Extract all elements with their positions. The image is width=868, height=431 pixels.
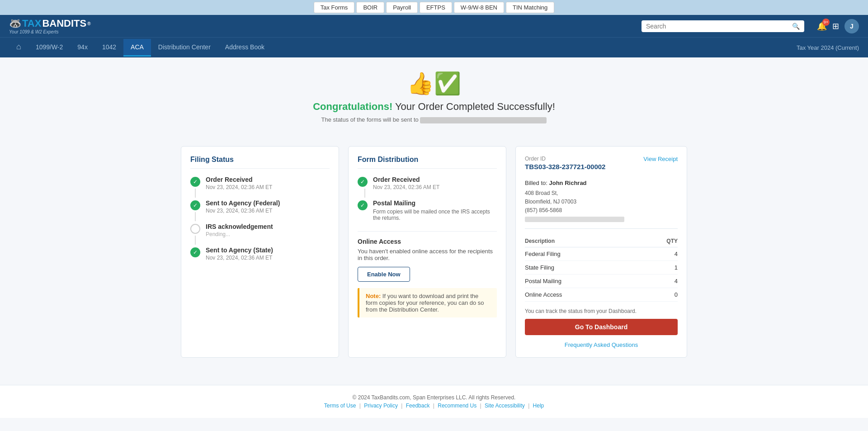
apps-grid-button[interactable]: ⊞ [832,21,839,31]
status-date-order-received: Nov 23, 2024, 02:36 AM ET [206,184,330,190]
dist-desc-postal: Form copies will be mailed once the IRS … [373,208,497,221]
enable-now-button[interactable]: Enable Now [358,267,410,282]
search-input[interactable] [646,23,792,30]
row-state-desc: State Filing [525,261,642,275]
dist-connector-1 [364,189,365,198]
order-id-block: Order ID TBS03-328-237721-00002 [525,156,605,175]
subnav-home[interactable]: ⌂ [9,38,28,57]
success-title-rest: Your Order Completed Successfully! [392,101,555,112]
logo-tax: TAX [22,18,41,29]
table-row: Federal Filing 4 [525,247,678,261]
footer-terms[interactable]: Terms of Use [324,403,356,409]
dist-check-postal: ✓ [358,200,368,210]
status-check-irs-ack [190,224,200,234]
view-receipt-link[interactable]: View Receipt [643,156,678,162]
main-content: Filing Status ✓ Order Received Nov 23, 2… [163,133,705,376]
filing-status-panel: Filing Status ✓ Order Received Nov 23, 2… [181,146,339,358]
table-row: State Filing 1 [525,261,678,275]
status-content-irs-ack: IRS acknowledgement Pending... [206,223,330,246]
phone: (857) 856-5868 [525,206,678,215]
dashboard-button[interactable]: Go To Dashboard [525,319,678,335]
sub-navigation: ⌂ 1099/W-2 94x 1042 ACA Distribution Cen… [0,37,868,57]
order-id-row: Order ID TBS03-328-237721-00002 View Rec… [525,156,678,175]
content-grid: Filing Status ✓ Order Received Nov 23, 2… [181,146,687,358]
topnav-payroll[interactable]: Payroll [386,2,418,13]
subnav-distribution[interactable]: Distribution Center [151,39,218,57]
footer-accessibility[interactable]: Site Accessibility [485,403,525,409]
status-check-sent-federal: ✓ [190,200,200,210]
footer-feedback[interactable]: Feedback [406,403,430,409]
footer-help[interactable]: Help [533,403,544,409]
status-check-sent-state: ✓ [190,247,200,257]
track-text: You can track the status from your Dashb… [525,308,678,314]
subnav-1099w2[interactable]: 1099/W-2 [28,39,70,57]
faq-link[interactable]: Frequently Asked Questions [525,341,678,348]
status-content-sent-federal: Sent to Agency (Federal) Nov 23, 2024, 0… [206,199,330,223]
topnav-tax-forms[interactable]: Tax Forms [314,2,355,13]
success-icon: 👍✅ [9,71,859,96]
status-date-sent-state: Nov 23, 2024, 02:36 AM ET [206,255,330,261]
note-label: Note: [366,293,382,299]
email-blur [420,117,547,123]
address-line2: Bloomfield, NJ 07003 [525,198,678,206]
topnav-tin-matching[interactable]: TIN Matching [506,2,554,13]
order-table: Description QTY Federal Filing 4 State F… [525,235,678,302]
subnav-aca[interactable]: ACA [123,39,151,57]
main-header: 🦝 TAXBANDITS® Your 1099 & W2 Experts 🔍 🔔… [0,15,868,37]
row-federal-qty: 4 [642,247,678,261]
topnav-boir[interactable]: BOIR [356,2,384,13]
search-icon: 🔍 [792,23,800,30]
status-line-order-received: ✓ [190,176,200,199]
search-box: 🔍 [642,20,804,32]
status-check-order-received: ✓ [190,177,200,187]
dist-line-order-received: ✓ [358,176,368,199]
subnav-address[interactable]: Address Book [218,39,272,57]
dist-item-postal-mailing: ✓ Postal Mailing Form copies will be mai… [358,199,497,228]
online-access-section: Online Access You haven't enabled online… [358,231,497,282]
online-access-desc: You haven't enabled online access for th… [358,248,497,261]
logo-icon: 🦝 [9,18,21,29]
status-label-sent-state: Sent to Agency (State) [206,246,330,254]
subnav-94x[interactable]: 94x [70,39,95,57]
dist-check-order-received: ✓ [358,177,368,187]
topnav-eftps[interactable]: EFTPS [420,2,452,13]
status-item-sent-federal: ✓ Sent to Agency (Federal) Nov 23, 2024,… [190,199,330,223]
footer-copyright: © 2024 TaxBandits.com, Span Enterprises … [9,394,859,401]
footer-recommend[interactable]: Recommend Us [438,403,476,409]
connector-3 [195,236,196,245]
dist-date-order-received: Nov 23, 2024, 02:36 AM ET [373,184,497,190]
form-distribution-panel: Form Distribution ✓ Order Received Nov 2… [348,146,506,358]
success-title: Congratulations! Your Order Completed Su… [9,101,859,113]
dist-label-postal: Postal Mailing [373,199,497,207]
status-content-sent-state: Sent to Agency (State) Nov 23, 2024, 02:… [206,246,330,270]
tax-year-label: Tax Year 2024 (Current) [797,40,859,56]
connector-1 [195,189,196,198]
billed-to-label: Billed to: [525,180,549,186]
footer: © 2024 TaxBandits.com, Span Enterprises … [0,385,868,418]
row-online-desc: Online Access [525,288,642,302]
status-item-order-received: ✓ Order Received Nov 23, 2024, 02:36 AM … [190,176,330,199]
connector-2 [195,212,196,221]
row-federal-desc: Federal Filing [525,247,642,261]
row-state-qty: 1 [642,261,678,275]
notification-button[interactable]: 🔔 9+ [817,21,827,31]
footer-privacy[interactable]: Privacy Policy [364,403,398,409]
logo-bandits: BANDITS [42,18,86,29]
dist-item-order-received: ✓ Order Received Nov 23, 2024, 02:36 AM … [358,176,497,199]
col-qty: QTY [642,235,678,247]
dist-line-postal: ✓ [358,199,368,228]
order-divider [525,228,678,229]
row-postal-desc: Postal Mailing [525,275,642,288]
subnav-1042[interactable]: 1042 [95,39,123,57]
success-subtitle: The status of the forms will be sent to [9,116,859,123]
table-row: Postal Mailing 4 [525,275,678,288]
user-avatar[interactable]: J [844,19,859,33]
billed-to: Billed to: John Richrad [525,180,678,186]
logo: 🦝 TAXBANDITS® Your 1099 & W2 Experts [9,18,91,34]
footer-links: Terms of Use | Privacy Policy | Feedback… [9,403,859,409]
table-row: Online Access 0 [525,288,678,302]
notification-badge: 9+ [822,19,830,26]
topnav-w9w8ben[interactable]: W-9/W-8 BEN [454,2,504,13]
filing-status-title: Filing Status [190,156,330,169]
address-line1: 408 Broad St, [525,189,678,198]
